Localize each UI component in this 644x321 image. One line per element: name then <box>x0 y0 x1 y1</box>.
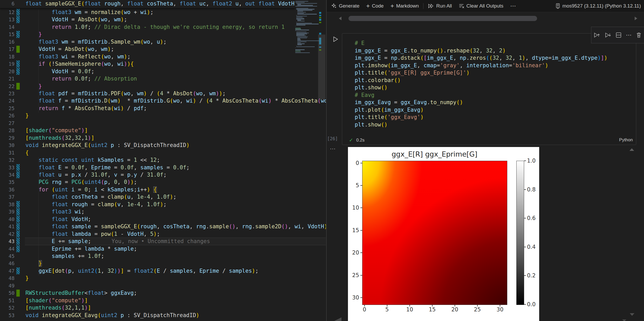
cell-code-editor[interactable]: # Eim_ggx_E = ggx_E.to_numpy().reshape(3… <box>355 39 607 128</box>
cell-code-line[interactable]: plt.title('ggx_Eavg') <box>355 113 607 121</box>
cell-code-line[interactable]: plt.show() <box>355 84 607 91</box>
code-line[interactable]: 44 Eprime += lambda * sample; <box>0 245 326 252</box>
minimap[interactable] <box>295 0 326 321</box>
cell-code-line[interactable]: # Eavg <box>355 91 607 99</box>
success-check-icon: ✓ <box>349 137 353 143</box>
code-line[interactable]: 42 float lambda = pow(1 - VdotH, 5); <box>0 230 326 238</box>
code-line[interactable]: 31{ <box>0 149 326 156</box>
cell-more-button[interactable]: ⋯ <box>626 32 632 38</box>
code-line[interactable]: 22 } <box>0 83 326 90</box>
code-line[interactable]: 43 E += sample;You, now • Uncommitted ch… <box>0 238 326 245</box>
code-text: return f * AbsCosTheta(wi) / pdf; <box>25 105 147 112</box>
code-line[interactable]: 39 float3 wi; <box>0 208 326 215</box>
run-below-button[interactable] <box>604 31 612 39</box>
minimap-slider[interactable] <box>318 35 325 99</box>
scroll-down-indicator[interactable] <box>630 313 634 316</box>
code-line[interactable]: 19 if (!SameHemisphere(wo, wi)){ <box>0 60 326 68</box>
code-cell[interactable]: ⋯ # Eim_ggx_E = ggx_E.to_numpy().reshape… <box>342 33 636 145</box>
code-line[interactable]: 17 VdotH = AbsDot(wo, wm); <box>0 45 326 53</box>
vscode-window: 12 float3 wm = normalize(wo + wi);13 Vdo… <box>0 0 644 321</box>
code-line[interactable]: 26} <box>0 112 326 119</box>
scroll-left-icon[interactable] <box>339 17 341 20</box>
code-line[interactable]: 37 float cosTheta = clamp(u, 1e-4, 1.0f)… <box>0 193 326 200</box>
delete-cell-button[interactable] <box>635 32 642 38</box>
code-line[interactable]: 23 float pdf = mfDistrib.PDF(wo, wm) / (… <box>0 90 326 97</box>
code-line[interactable]: 27 <box>0 119 326 127</box>
line-number: 48 <box>0 275 15 282</box>
code-line[interactable]: 15 } <box>0 31 326 38</box>
x-tick-label: 5 <box>382 306 392 313</box>
gutter-modified-mark <box>16 171 20 178</box>
line-number: 49 <box>0 282 15 289</box>
scroll-up-indicator[interactable] <box>629 148 634 151</box>
code-line[interactable]: 52[numthreads(32,1,1)] <box>0 304 326 311</box>
code-line[interactable]: 38 float rough = clamp(v, 1e-4, 1.0f); <box>0 201 326 208</box>
sticky-scroll-header[interactable]: 6 float sampleGGX_E(float rough, float c… <box>0 0 295 8</box>
code-line[interactable]: 34 float u = p.x / 31.0f, v = p.y / 31.0… <box>0 171 326 178</box>
kernel-picker[interactable]: mos9527 (3.12.11) (Python 3.12.11) <box>556 3 644 9</box>
code-line[interactable]: 32 static const uint kSamples = 1 << 12; <box>0 156 326 164</box>
scroll-right-icon[interactable] <box>635 17 637 20</box>
plus-icon: + <box>390 4 394 8</box>
cell-code-line[interactable]: im_ggx_E = np.dstack([im_ggx_E, np.zeros… <box>355 54 607 62</box>
code-line[interactable]: 53void integrateGGX_Eavg(uint2 p : SV_Di… <box>0 312 326 319</box>
code-line[interactable]: 30void integrateGGX_E(uint2 p : SV_Dispa… <box>0 142 326 149</box>
code-line[interactable]: 49 <box>0 282 326 289</box>
add-markdown-button[interactable]: + Markdown <box>387 2 422 10</box>
code-line[interactable]: 24 float f = mfDistrib.D(wm) * mfDistrib… <box>0 97 326 104</box>
panel-sash[interactable] <box>326 0 327 321</box>
code-line[interactable]: 18 float3 wi = Reflect(wo, wm); <box>0 53 326 60</box>
code-line[interactable]: 41 float sample = sampleGGX_E(rough, cos… <box>0 223 326 230</box>
code-line[interactable]: 29[numthreads(32,32,1)] <box>0 134 326 142</box>
code-line[interactable]: 12 float3 wm = normalize(wo + wi); <box>0 9 326 16</box>
code-line[interactable]: 50RWStructuredBuffer<float> ggxEavg; <box>0 289 326 297</box>
code-line[interactable]: 40 float VdotH; <box>0 216 326 223</box>
clear-outputs-icon <box>459 3 464 9</box>
code-line[interactable]: 13 VdotH = AbsDot(wo, wm); <box>0 16 326 23</box>
cell-code-line[interactable]: im_ggx_Eavg = ggx_Eavg.to_numpy() <box>355 99 607 106</box>
line-number: 17 <box>0 45 15 53</box>
code-line[interactable]: 45 samples += 1.0f; <box>0 252 326 260</box>
code-line[interactable]: 16 float3 wm = mfDistrib.Sample_wm(wo, u… <box>0 38 326 45</box>
y-tick-label: 15 <box>349 227 359 233</box>
generate-button[interactable]: Generate <box>328 2 363 10</box>
cell-language[interactable]: Python <box>619 137 633 143</box>
code-line[interactable]: 14 return 1.0f; // Dirac delta - though … <box>0 23 326 31</box>
cell-code-line[interactable]: plt.colorbar() <box>355 77 607 84</box>
colorbar-tick-label: 0.4 <box>527 244 536 250</box>
line-number: 21 <box>0 75 15 82</box>
code-line[interactable]: 48} <box>0 275 326 282</box>
horizontal-scrollbar-thumb[interactable] <box>348 16 537 21</box>
add-code-button[interactable]: + Code <box>363 2 387 10</box>
run-cell-button[interactable] <box>332 36 339 43</box>
cell-code-line[interactable]: im_ggx_E = ggx_E.to_numpy().reshape(32, … <box>355 47 607 55</box>
code-lines[interactable]: 12 float3 wm = normalize(wo + wi);13 Vdo… <box>0 9 326 319</box>
code-line[interactable]: 25 return f * AbsCosTheta(wi) / pdf; <box>0 105 326 112</box>
code-text: VdotH = AbsDot(wo, wm); <box>25 45 114 53</box>
run-all-button[interactable]: Run All <box>424 2 455 10</box>
cell-code-line[interactable]: # E <box>355 39 607 47</box>
code-line[interactable]: 33 float E = 0.0f, Eprime = 0.0f, sample… <box>0 164 326 171</box>
cell-code-line[interactable]: plt.show() <box>355 121 607 129</box>
cell-code-line[interactable]: plt.imshow(im_ggx_E, cmap='gray', interp… <box>355 62 607 69</box>
plus-icon: + <box>366 4 370 8</box>
code-text: [shader("compute")] <box>25 297 88 304</box>
code-line[interactable]: 35 PCG rng = PCG(uint4(p, 0, 0)); <box>0 178 326 186</box>
run-above-button[interactable] <box>593 31 600 39</box>
split-cell-button[interactable] <box>615 32 622 38</box>
code-line[interactable]: 28[shader("compute")] <box>0 127 326 134</box>
code-text: static const uint kSamples = 1 << 12; <box>25 156 160 164</box>
code-line[interactable]: 21 return 0.0f; // Absorption <box>0 75 326 82</box>
code-line[interactable]: 46 } <box>0 260 326 267</box>
code-line[interactable]: 36 for (uint i = 0; i < kSamples;i++) { <box>0 186 326 193</box>
toolbar-more-button[interactable]: ⋯ <box>507 2 519 10</box>
cell-code-line[interactable]: plt.plot(im_ggx_Eavg) <box>355 106 607 114</box>
code-editor-panel[interactable]: 12 float3 wm = normalize(wo + wi);13 Vdo… <box>0 0 326 321</box>
code-text: [numthreads(32,1,1)] <box>25 304 91 311</box>
code-line[interactable]: 20 VdotH = 0.0f; <box>0 68 326 75</box>
code-line[interactable]: 47 ggxE[dot(p, uint2(1, 32))] = float2(E… <box>0 267 326 275</box>
clear-all-outputs-button[interactable]: Clear All Outputs <box>455 2 507 10</box>
output-more-button[interactable]: ⋯ <box>330 145 336 152</box>
cell-code-line[interactable]: plt.title('ggx_E[R] ggx_Eprime[G]') <box>355 69 607 77</box>
code-line[interactable]: 51[shader("compute")] <box>0 297 326 304</box>
